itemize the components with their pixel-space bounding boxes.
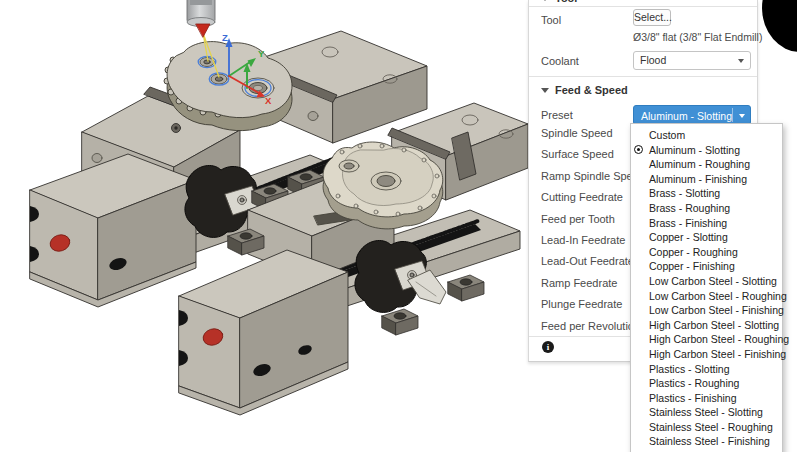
app-window: Z Y X (0, 0, 797, 452)
x-axis-label: X (265, 95, 272, 106)
preset-option-label: Copper - Roughing (649, 246, 738, 258)
feed-speed-section-title: Feed & Speed (555, 84, 628, 96)
preset-option[interactable]: Plastics - Finishing (631, 391, 782, 406)
preset-value: Aluminum - Slotting (641, 110, 732, 122)
chevron-down-icon (739, 114, 745, 118)
divider (529, 6, 757, 7)
preset-option-label: Copper - Finishing (649, 260, 735, 272)
divider (529, 76, 757, 77)
preset-option[interactable]: Brass - Finishing (631, 216, 782, 231)
tool-section-header[interactable]: Tool (541, 0, 577, 4)
preset-option[interactable]: Aluminum - Roughing (631, 157, 782, 172)
step-clamp-block (448, 275, 484, 301)
tool-description: Ø3/8" flat (3/8" Flat Endmill) (633, 31, 762, 43)
cursor-blob (762, 0, 797, 52)
tool-tip (196, 24, 210, 37)
tool-label: Tool (541, 14, 561, 26)
preset-option[interactable]: Plastics - Slotting (631, 362, 782, 377)
y-axis-label: Y (258, 48, 265, 59)
preset-option-label: Stainless Steel - Finishing (649, 435, 770, 447)
preset-option[interactable]: Plastics - Roughing (631, 376, 782, 391)
preset-option-label: Low Carbon Steel - Slotting (649, 275, 777, 287)
preset-option[interactable]: Stainless Steel - Slotting (631, 405, 782, 420)
caret-down-icon (541, 0, 549, 1)
preset-option-label: Copper - Slotting (649, 231, 728, 243)
preset-option-label: Stainless Steel - Roughing (649, 421, 773, 433)
preset-option[interactable]: Copper - Slotting (631, 230, 782, 245)
preset-option[interactable]: Low Carbon Steel - Slotting (631, 274, 782, 289)
z-axis-label: Z (222, 32, 228, 43)
coolant-select[interactable]: Flood (633, 51, 751, 70)
preset-option-label: Plastics - Roughing (649, 377, 739, 389)
preset-option[interactable]: Stainless Steel - Roughing (631, 420, 782, 435)
tool-section-title: Tool (555, 0, 577, 4)
preset-option[interactable]: Brass - Roughing (631, 201, 782, 216)
preset-select[interactable]: Aluminum - Slotting (633, 105, 751, 125)
info-icon[interactable]: i (542, 341, 554, 353)
preset-option-label: Plastics - Finishing (649, 392, 737, 404)
preset-option[interactable]: High Carbon Steel - Roughing (631, 332, 782, 347)
feed-speed-section-header[interactable]: Feed & Speed (541, 84, 628, 96)
preset-dropdown-popup: Custom Aluminum - Slotting Aluminum - Ro… (630, 123, 783, 452)
preset-option-label: Low Carbon Steel - Finishing (649, 304, 784, 316)
preset-option-label: Low Carbon Steel - Roughing (649, 290, 787, 302)
cutter-tool[interactable] (187, 0, 215, 37)
preset-option-label: Aluminum - Finishing (649, 173, 747, 185)
preset-option-label: Aluminum - Roughing (649, 158, 750, 170)
coolant-value: Flood (640, 54, 666, 66)
preset-option[interactable]: Low Carbon Steel - Finishing (631, 303, 782, 318)
preset-option-label: Plastics - Slotting (649, 363, 730, 375)
preset-option-label: High Carbon Steel - Slotting (649, 319, 779, 331)
preset-option[interactable]: Aluminum - Finishing (631, 172, 782, 187)
preset-option[interactable]: Copper - Finishing (631, 259, 782, 274)
preset-option-label: Brass - Roughing (649, 202, 730, 214)
preset-option-label: Aluminum - Slotting (649, 144, 740, 156)
vise-1-front-body (30, 154, 196, 307)
preset-option-label: Brass - Finishing (649, 217, 727, 229)
radio-selected-icon (634, 145, 643, 154)
caret-down-icon (541, 88, 549, 93)
divider (732, 108, 733, 122)
vise-2-front-body (179, 250, 348, 415)
preset-option[interactable]: High Carbon Steel - Finishing (631, 347, 782, 362)
workpiece-2[interactable] (314, 142, 443, 229)
preset-option[interactable]: Brass - Slotting (631, 186, 782, 201)
preset-option[interactable]: Custom (631, 128, 782, 143)
chevron-down-icon (738, 59, 744, 63)
viewport-3d[interactable]: Z Y X (0, 0, 530, 452)
preset-label: Preset (541, 109, 573, 121)
coolant-label: Coolant (541, 55, 579, 67)
step-clamp-block (382, 309, 418, 335)
preset-option[interactable]: High Carbon Steel - Slotting (631, 318, 782, 333)
preset-option[interactable]: Stainless Steel - Finishing (631, 434, 782, 449)
preset-option-label: High Carbon Steel - Finishing (649, 348, 786, 360)
preset-option[interactable]: Copper - Roughing (631, 245, 782, 260)
preset-option-label: High Carbon Steel - Roughing (649, 333, 789, 345)
preset-option-label: Custom (649, 129, 685, 141)
preset-option-label: Stainless Steel - Slotting (649, 406, 763, 418)
preset-option-selected[interactable]: Aluminum - Slotting (631, 143, 782, 158)
tool-select-button[interactable]: Select... (633, 9, 671, 26)
preset-option-label: Brass - Slotting (649, 187, 720, 199)
preset-option[interactable]: Low Carbon Steel - Roughing (631, 289, 782, 304)
